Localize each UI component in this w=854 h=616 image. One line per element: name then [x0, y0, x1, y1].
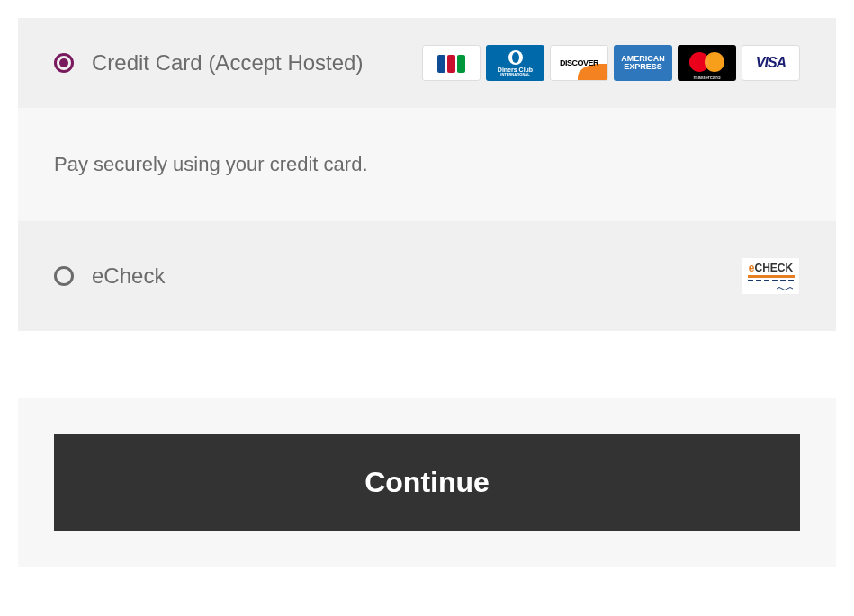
echeck-icon: eCHECK: [742, 257, 800, 295]
radio-echeck[interactable]: [54, 266, 74, 286]
continue-section: Continue: [18, 398, 836, 567]
card-icons-group: Diners Club INTERNATIONAL DISCOVER AMERI…: [422, 45, 800, 81]
amex-icon: AMERICAN EXPRESS: [614, 45, 672, 81]
echeck-label: eCheck: [92, 263, 724, 289]
credit-card-label: Credit Card (Accept Hosted): [92, 50, 404, 76]
payment-option-credit-card[interactable]: Credit Card (Accept Hosted) Diners Club …: [18, 18, 836, 108]
diners-club-icon: Diners Club INTERNATIONAL: [486, 45, 544, 81]
continue-button[interactable]: Continue: [54, 434, 800, 531]
radio-credit-card[interactable]: [54, 53, 74, 73]
payment-method-panel: Credit Card (Accept Hosted) Diners Club …: [18, 18, 836, 567]
payment-option-echeck[interactable]: eCheck eCHECK: [18, 221, 836, 331]
visa-icon: VISA: [742, 45, 800, 81]
jcb-icon: [422, 45, 481, 81]
mastercard-icon: mastercard: [678, 45, 736, 81]
credit-card-description: Pay securely using your credit card.: [18, 108, 836, 221]
discover-icon: DISCOVER: [550, 45, 608, 81]
